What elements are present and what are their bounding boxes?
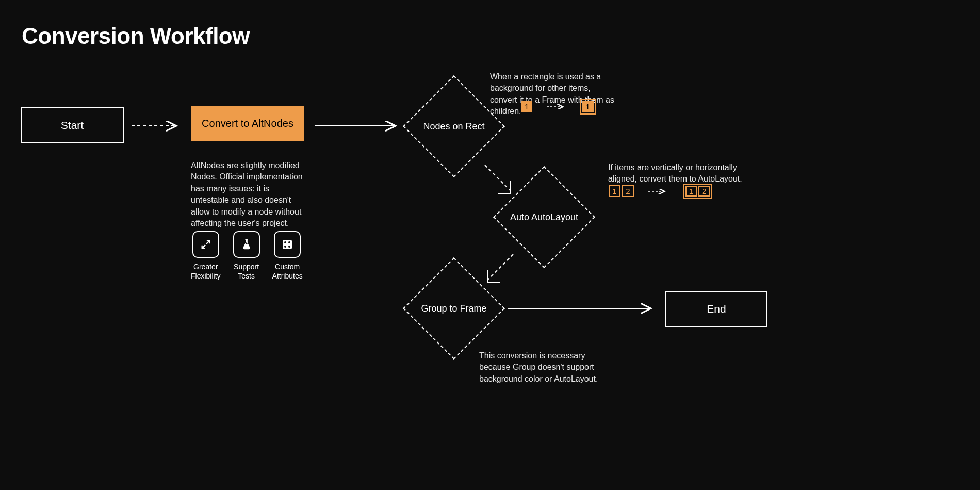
rect-after-box: 1 (582, 101, 593, 112)
auto-after-2: 2 (698, 186, 710, 197)
altnodes-description: AltNodes are slightly modified Nodes. Of… (191, 160, 309, 229)
page-title: Conversion Workflow (22, 23, 250, 49)
arrow-icon (547, 104, 567, 109)
rect-example: 1 1 (521, 101, 594, 112)
auto-before-2: 2 (622, 185, 633, 197)
svg-rect-4 (283, 240, 292, 249)
arrow-icon (648, 189, 669, 194)
end-node: End (665, 291, 767, 327)
arrow-auto-to-group (487, 254, 529, 296)
start-node: Start (21, 107, 124, 143)
start-label: Start (61, 119, 84, 132)
auto-before-group: 1 2 (609, 185, 634, 197)
group-to-frame-description: This conversion is necessary because Gro… (479, 350, 608, 385)
convert-node: Convert to AltNodes (191, 106, 304, 141)
rect-before-box: 1 (521, 101, 532, 112)
auto-before-1: 1 (609, 185, 620, 197)
arrow-start-to-convert (132, 124, 183, 134)
group-to-frame-label: Group to Frame (419, 273, 489, 344)
nodes-on-rect-label: Nodes on Rect (419, 91, 489, 161)
svg-point-6 (288, 241, 290, 243)
svg-point-7 (284, 246, 286, 248)
svg-point-2 (246, 246, 247, 247)
auto-after-group: 1 2 (683, 184, 712, 199)
arrow-convert-to-nodes (315, 124, 402, 134)
svg-line-10 (485, 165, 511, 191)
svg-point-3 (245, 248, 246, 249)
arrow-group-to-end (508, 306, 658, 317)
expand-icon (192, 231, 219, 258)
svg-line-12 (487, 254, 513, 280)
svg-point-5 (284, 241, 286, 243)
feature-attributes: Custom Attributes (272, 231, 303, 281)
svg-point-8 (288, 246, 290, 248)
end-label: End (707, 303, 726, 315)
auto-autolayout-label: Auto AutoLayout (509, 182, 579, 252)
auto-example: 1 2 1 2 (609, 184, 712, 199)
dice-icon (274, 231, 301, 258)
feature-row: Greater Flexibility Support Tests Custom… (191, 231, 303, 281)
feature-flexibility: Greater Flexibility (191, 231, 221, 281)
auto-autolayout-description: If items are vertically or horizontally … (608, 162, 747, 185)
feature-flexibility-label: Greater Flexibility (191, 262, 221, 281)
feature-attributes-label: Custom Attributes (272, 262, 303, 281)
feature-tests-label: Support Tests (234, 262, 259, 281)
convert-label: Convert to AltNodes (202, 118, 293, 129)
auto-after-1: 1 (685, 186, 697, 197)
feature-tests: Support Tests (233, 231, 260, 281)
flask-icon (233, 231, 260, 258)
